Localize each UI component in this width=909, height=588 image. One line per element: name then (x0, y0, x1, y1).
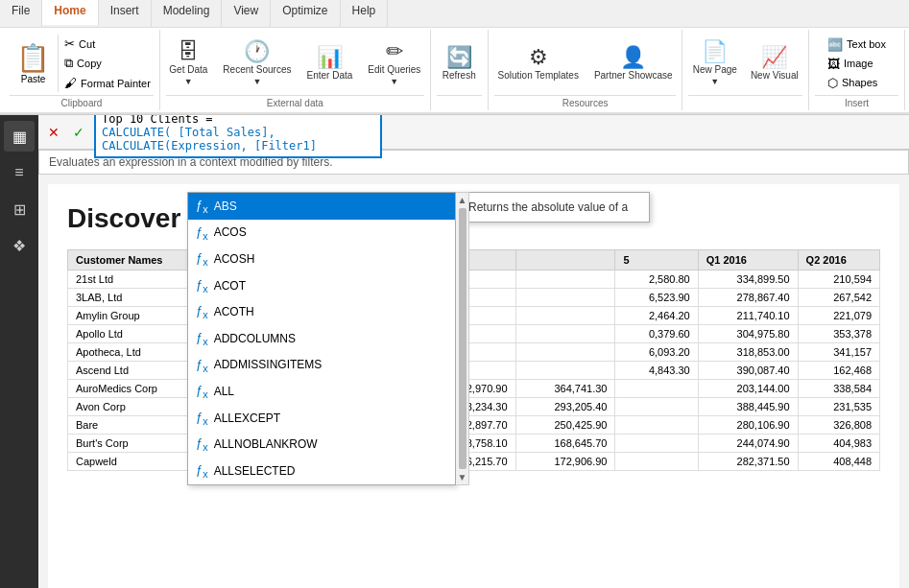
format-painter-button[interactable]: 🖌 Format Painter (60, 74, 155, 92)
cut-icon: ✂ (64, 36, 75, 51)
fx-icon-addcolumns: ƒx (196, 330, 208, 347)
edit-queries-button[interactable]: ✏ Edit Queries ▼ (363, 38, 425, 89)
get-data-button[interactable]: 🗄 Get Data ▼ (164, 38, 212, 89)
new-page-label: New Page (693, 64, 737, 75)
cut-label: Cut (79, 38, 95, 50)
autocomplete-item-allnoblankrow[interactable]: ƒx ALLNOBLANKROW (188, 431, 455, 458)
refresh-icon: 🔄 (446, 47, 472, 68)
partner-showcase-button[interactable]: 👤 Partner Showcase (589, 44, 678, 83)
tab-view[interactable]: View (222, 0, 271, 27)
sidebar-icon-report[interactable]: ▦ (4, 121, 35, 152)
resources-group: ⚙ Solution Templates 👤 Partner Showcase … (489, 30, 683, 110)
format-painter-icon: 🖌 (64, 76, 77, 90)
formula-cancel[interactable]: ✕ (44, 123, 63, 142)
image-label: Image (844, 58, 873, 69)
insert-group-label: Insert (815, 95, 898, 108)
autocomplete-label-acos: ACOS (214, 225, 247, 239)
enter-data-button[interactable]: 📊 Enter Data (302, 44, 358, 83)
scroll-down-icon[interactable]: ▼ (458, 472, 467, 482)
autocomplete-item-addmissingitems[interactable]: ƒx ADDMISSINGITEMS (188, 352, 455, 379)
recent-sources-label: Recent Sources (223, 64, 291, 75)
tab-insert[interactable]: Insert (99, 0, 152, 27)
autocomplete-label-addcolumns: ADDCOLUMNS (214, 332, 296, 345)
autocomplete-label-addmissingitems: ADDMISSINGITEMS (214, 358, 323, 371)
autocomplete-item-allexcept[interactable]: ƒx ALLEXCEPT (188, 405, 455, 432)
recent-sources-icon: 🕐 (244, 41, 270, 62)
autocomplete-item-acot[interactable]: ƒx ACOT (188, 272, 455, 299)
tab-home[interactable]: Home (42, 0, 98, 27)
autocomplete-item-acos[interactable]: ƒx ACOS (188, 220, 455, 247)
formula-line3: CALCULATE(Expression, [Filter1] (102, 139, 374, 153)
text-box-label: Text box (847, 38, 886, 50)
fx-icon-abs: ƒx (196, 198, 208, 215)
clipboard-group-label: Clipboard (10, 95, 154, 108)
autocomplete-item-abs[interactable]: ƒx ABS (188, 193, 455, 220)
new-page-button[interactable]: 📄 New Page ▼ (688, 38, 742, 89)
external-data-group: 🗄 Get Data ▼ 🕐 Recent Sources ▼ 📊 Enter … (160, 30, 431, 110)
image-button[interactable]: 🖼 Image (824, 55, 890, 73)
formula-input[interactable]: Top 10 Clients = CALCULATE( [Total Sales… (94, 115, 382, 158)
get-data-arrow: ▼ (184, 77, 193, 86)
autocomplete-label-acoth: ACOTH (214, 305, 254, 318)
autocomplete-item-acoth[interactable]: ƒx ACOTH (188, 298, 455, 325)
formula-confirm[interactable]: ✓ (69, 123, 88, 142)
new-page-group-label (688, 95, 802, 108)
scroll-thumb[interactable] (459, 208, 466, 469)
get-data-icon: 🗄 (178, 41, 199, 62)
resources-group-label: Resources (494, 95, 677, 108)
recent-sources-button[interactable]: 🕐 Recent Sources ▼ (218, 38, 296, 89)
copy-label: Copy (77, 58, 102, 69)
sidebar: ▦ ≡ ⊞ ❖ (0, 115, 38, 588)
new-page-arrow: ▼ (710, 77, 719, 86)
autocomplete-container: ƒx ABS ƒx ACOS ƒx ACOSH ƒx ACOT ƒx ACO (187, 192, 469, 485)
ribbon-body: 📋 Paste ✂ Cut ⧉ Copy 🖌 (0, 27, 909, 114)
main-area: ▦ ≡ ⊞ ❖ ✕ ✓ Top 10 Clients = CALCULATE( … (0, 115, 909, 588)
cut-button[interactable]: ✂ Cut (60, 35, 155, 53)
col-q4-2015 (515, 250, 615, 270)
text-box-button[interactable]: 🔤 Text box (824, 35, 890, 54)
autocomplete-label-abs: ABS (214, 200, 237, 213)
paste-button[interactable]: 📋 Paste (9, 35, 59, 92)
copy-button[interactable]: ⧉ Copy (60, 54, 155, 73)
format-painter-label: Format Painter (81, 78, 151, 89)
insert-content: 🔤 Text box 🖼 Image ⬡ Shapes (824, 32, 890, 95)
col-q2-2016: Q2 2016 (798, 250, 879, 270)
clipboard-content: 📋 Paste ✂ Cut ⧉ Copy 🖌 (9, 32, 155, 95)
fx-icon-all: ƒx (196, 383, 208, 400)
shapes-label: Shapes (842, 77, 877, 88)
tab-help[interactable]: Help (341, 0, 389, 27)
edit-queries-label: Edit Queries (368, 64, 420, 75)
autocomplete-label-allselected: ALLSELECTED (214, 464, 296, 478)
insert-group: 🔤 Text box 🖼 Image ⬡ Shapes Insert (809, 30, 905, 110)
shapes-button[interactable]: ⬡ Shapes (824, 74, 890, 92)
sidebar-icon-model[interactable]: ⊞ (4, 194, 35, 224)
sidebar-icon-data[interactable]: ≡ (4, 157, 35, 188)
image-icon: 🖼 (827, 57, 840, 71)
enter-data-icon: 📊 (317, 47, 343, 68)
text-box-icon: 🔤 (827, 37, 843, 52)
edit-queries-arrow: ▼ (390, 77, 398, 86)
content-area: ✕ ✓ Top 10 Clients = CALCULATE( [Total S… (38, 115, 909, 588)
sidebar-icon-format[interactable]: ❖ (4, 230, 35, 261)
tab-file[interactable]: File (0, 0, 42, 27)
fx-icon-allselected: ƒx (196, 462, 208, 480)
formula-line2: CALCULATE( [Total Sales], (102, 126, 374, 139)
new-page-group: 📄 New Page ▼ 📈 New Visual (682, 30, 809, 110)
autocomplete-item-acosh[interactable]: ƒx ACOSH (188, 246, 455, 272)
autocomplete-label-allexcept: ALLEXCEPT (214, 412, 280, 425)
new-visual-label: New Visual (751, 70, 799, 81)
scroll-up-icon[interactable]: ▲ (458, 195, 467, 205)
shapes-icon: ⬡ (827, 76, 838, 90)
new-visual-button[interactable]: 📈 New Visual (746, 44, 803, 83)
autocomplete-item-addcolumns[interactable]: ƒx ADDCOLUMNS (188, 325, 455, 352)
clipboard-small-buttons: ✂ Cut ⧉ Copy 🖌 Format Painter (60, 35, 155, 92)
solution-templates-button[interactable]: ⚙ Solution Templates (493, 44, 584, 83)
autocomplete-item-all[interactable]: ƒx ALL (188, 378, 455, 405)
tab-optimize[interactable]: Optimize (271, 0, 340, 27)
description-panel: Returns the absolute value of a (458, 192, 650, 223)
refresh-button[interactable]: 🔄 Refresh (438, 44, 481, 83)
autocomplete-item-allselected[interactable]: ƒx ALLSELECTED (188, 458, 455, 484)
autocomplete-scrollbar[interactable]: ▲ ▼ (456, 192, 469, 485)
page-content: Discover who...o customer Customer Names… (48, 184, 899, 588)
tab-modeling[interactable]: Modeling (152, 0, 223, 27)
